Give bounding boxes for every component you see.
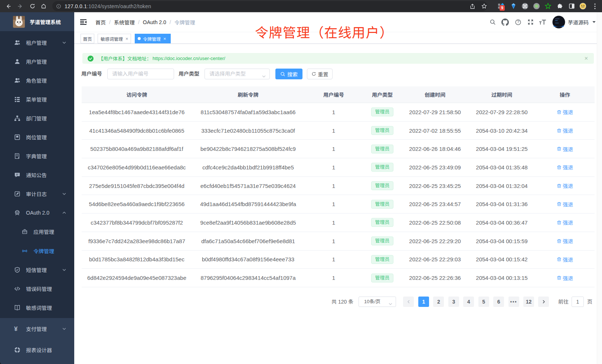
svg-text:?: ? — [517, 20, 519, 24]
svg-text:A: A — [24, 249, 26, 252]
